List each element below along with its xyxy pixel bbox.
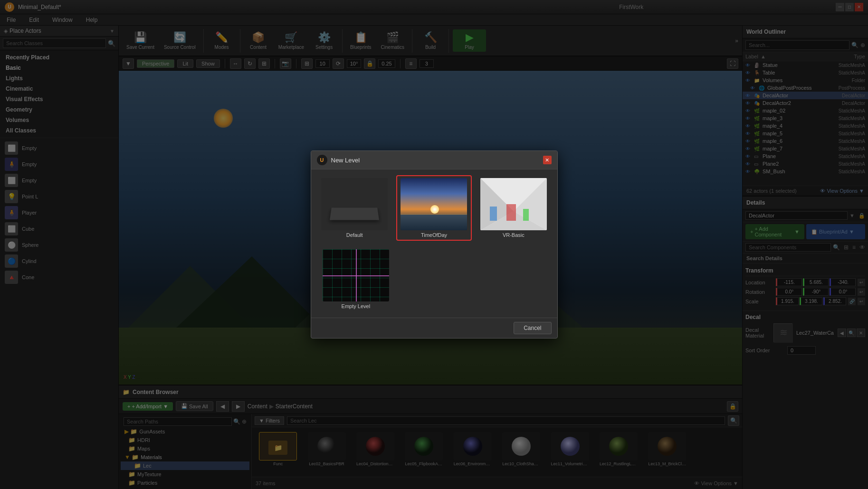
template-vr-basic-label: VR-Basic [503, 232, 525, 238]
template-timeofday-thumb [401, 178, 467, 230]
nld-templates-row1: Default TimeOfDay [311, 169, 557, 246]
nld-titlebar: U New Level ✕ [311, 151, 557, 169]
template-placeholder-3 [473, 246, 552, 312]
template-timeofday-label: TimeOfDay [421, 232, 447, 238]
template-default-platform [330, 207, 379, 220]
template-vr-basic-thumb [480, 178, 547, 230]
template-placeholder-2 [395, 246, 473, 312]
svg-rect-23 [506, 204, 516, 221]
template-default[interactable]: Default [317, 175, 392, 241]
template-empty-level-thumb [323, 249, 389, 301]
svg-rect-22 [490, 207, 497, 221]
nld-title: New Level [331, 157, 543, 164]
nld-footer: Cancel [311, 318, 557, 338]
nld-logo: U [317, 155, 327, 165]
empty-center-h [323, 275, 389, 276]
svg-rect-24 [523, 209, 529, 221]
modal-overlay: U New Level ✕ Default [0, 0, 868, 489]
nld-cancel-button[interactable]: Cancel [514, 322, 551, 334]
template-default-thumb [321, 178, 388, 230]
new-level-dialog: U New Level ✕ Default [311, 150, 558, 339]
nld-close-button[interactable]: ✕ [543, 156, 552, 164]
nld-templates-row2: Empty Level [311, 246, 557, 318]
template-vr-basic[interactable]: VR-Basic [476, 175, 551, 241]
template-empty-level[interactable]: Empty Level [317, 246, 395, 312]
template-default-label: Default [346, 232, 363, 238]
template-timeofday[interactable]: TimeOfDay [396, 175, 472, 241]
template-empty-label: Empty Level [342, 303, 371, 309]
